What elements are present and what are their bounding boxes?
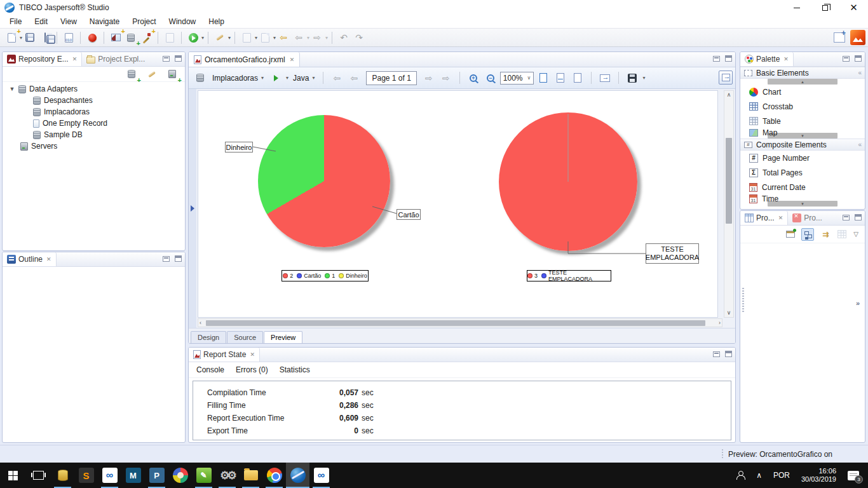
horizontal-scrollbar[interactable]: ‹ ›: [198, 318, 722, 327]
minimize-panel-icon[interactable]: [843, 56, 850, 62]
commit-icon[interactable]: [240, 30, 254, 44]
close-icon[interactable]: ✕: [783, 56, 789, 62]
commit-dropdown-icon[interactable]: ▾: [255, 35, 257, 41]
import-data-adapter-icon[interactable]: [145, 67, 159, 81]
taskbar-app-mysql[interactable]: M: [121, 463, 145, 488]
people-button[interactable]: [730, 463, 750, 488]
datasource-combo[interactable]: Implacadoras ▾: [210, 72, 266, 84]
maximize-panel-icon[interactable]: [725, 55, 732, 62]
clock[interactable]: 16:06 30/03/2019: [796, 463, 842, 488]
minimize-button[interactable]: [782, 0, 811, 15]
minimize-panel-icon[interactable]: [163, 56, 170, 62]
menu-edit[interactable]: Edit: [28, 16, 54, 28]
minimize-panel-icon[interactable]: [163, 256, 170, 262]
create-data-adapter-icon[interactable]: +: [125, 67, 139, 81]
taskbar-app-postgresql[interactable]: P: [145, 463, 168, 488]
palette-item-total-pages[interactable]: Σ Total Pages: [740, 165, 865, 180]
minimize-panel-icon[interactable]: [713, 56, 720, 62]
tab-source[interactable]: Source: [227, 331, 263, 343]
language-combo[interactable]: Java ▾: [290, 72, 317, 84]
pin-to-window-icon[interactable]: [784, 228, 797, 241]
tree-item-data-adapters[interactable]: ▼ Data Adapters: [3, 83, 185, 95]
palette-item-chart[interactable]: Chart: [740, 85, 865, 99]
view-menu-icon[interactable]: ▽: [853, 231, 858, 238]
language-indicator[interactable]: POR: [768, 463, 796, 488]
tab-properties[interactable]: Pro... ✕: [740, 211, 788, 225]
palette-item-crosstab[interactable]: Crosstab: [740, 99, 865, 114]
show-hidden-icons-button[interactable]: ∧: [750, 463, 768, 488]
scroll-left-icon[interactable]: ‹: [198, 319, 203, 327]
task-view-button[interactable]: [25, 463, 51, 488]
close-icon[interactable]: ✕: [290, 57, 295, 63]
taskbar-app-maker[interactable]: ∞: [98, 463, 121, 488]
run-external-icon[interactable]: [186, 30, 200, 44]
tab-report-state[interactable]: Report State ✕: [189, 348, 260, 362]
create-server-icon[interactable]: +: [165, 67, 179, 81]
jaspersoft-perspective-button[interactable]: [850, 30, 865, 45]
tree-view-icon[interactable]: [801, 228, 814, 241]
tab-problems[interactable]: Pro...: [788, 211, 827, 225]
scroll-right-icon[interactable]: ›: [717, 319, 722, 327]
tree-item-one-empty-record[interactable]: One Empty Record: [3, 118, 185, 129]
show-parameters-panel-icon[interactable]: [719, 71, 733, 85]
back-history-icon[interactable]: ⇦: [276, 30, 290, 44]
maximize-panel-icon[interactable]: [855, 214, 862, 220]
start-button[interactable]: [0, 463, 25, 488]
menu-project[interactable]: Project: [126, 16, 162, 28]
report-wizard-icon[interactable]: +: [139, 30, 153, 44]
new-data-adapter-icon[interactable]: +: [124, 30, 138, 44]
taskbar-app-maker-2[interactable]: ∞: [309, 463, 333, 488]
open-perspective-icon[interactable]: [834, 32, 845, 43]
save-all-icon[interactable]: [38, 30, 52, 44]
tree-item-servers[interactable]: Servers: [3, 140, 185, 152]
close-icon[interactable]: ✕: [72, 56, 78, 62]
taskbar-app-file-explorer[interactable]: [239, 463, 262, 488]
palette-item-page-number[interactable]: # Page Number: [740, 151, 865, 165]
palette-item-current-date[interactable]: 31 Current Date: [740, 180, 865, 194]
close-button[interactable]: ✕: [839, 0, 868, 15]
new-report-icon[interactable]: +: [109, 30, 123, 44]
taskbar-app-sublime[interactable]: S: [74, 463, 98, 488]
taskbar-app-settings[interactable]: ⚙⚙: [215, 463, 239, 488]
tab-outline[interactable]: Outline ✕: [3, 252, 57, 266]
palette-scroll-down[interactable]: ▼: [768, 133, 837, 139]
save-icon[interactable]: [23, 30, 37, 44]
marker-dropdown-icon[interactable]: ▾: [228, 35, 231, 41]
update-icon[interactable]: [258, 30, 272, 44]
new-wizard-icon[interactable]: +: [4, 30, 18, 44]
taskbar-app-notes[interactable]: ✎: [192, 463, 215, 488]
update-dropdown-icon[interactable]: ▾: [273, 35, 276, 41]
close-icon[interactable]: ✕: [250, 351, 255, 358]
restore-panel-arrow-icon[interactable]: [191, 205, 194, 212]
tab-errors[interactable]: Errors (0): [236, 365, 268, 374]
zoom-out-icon[interactable]: −: [484, 71, 498, 85]
debug-icon[interactable]: [85, 30, 99, 44]
vertical-scroll-thumb[interactable]: [726, 138, 732, 224]
export-report-icon[interactable]: [598, 71, 612, 85]
palette-section-basic[interactable]: Basic Elements «: [740, 67, 865, 79]
show-advanced-icon[interactable]: ⇉: [818, 228, 831, 241]
run-dropdown-icon[interactable]: ▾: [201, 35, 204, 41]
menu-file[interactable]: File: [3, 16, 28, 28]
actual-size-icon[interactable]: [571, 71, 585, 85]
taskbar-app-jaspersoft[interactable]: [286, 463, 309, 488]
tab-design[interactable]: Design: [191, 331, 226, 343]
new-wizard-dropdown-icon[interactable]: ▾: [20, 35, 22, 41]
tab-orcamentografico[interactable]: OrcamentoGrafico.jrxml ✕: [189, 52, 300, 67]
taskbar-app-paint[interactable]: [168, 463, 192, 488]
taskbar-app-sql-tool[interactable]: [51, 463, 74, 488]
run-report-button[interactable]: [269, 71, 283, 85]
scroll-down-icon[interactable]: ∨: [726, 309, 733, 317]
tab-statistics[interactable]: Statistics: [280, 365, 310, 374]
collapse-caret-icon[interactable]: ▼: [9, 86, 15, 92]
menu-navigate[interactable]: Navigate: [83, 16, 126, 28]
scroll-up-icon[interactable]: ∧: [726, 91, 733, 99]
fit-page-icon[interactable]: [536, 71, 550, 85]
tab-repository-explorer[interactable]: Repository E... ✕: [3, 52, 82, 66]
minimize-panel-icon[interactable]: [713, 351, 720, 357]
menu-window[interactable]: Window: [163, 16, 203, 28]
pin-icon[interactable]: «: [858, 141, 862, 148]
tab-console[interactable]: Console: [196, 365, 224, 374]
marker-tool-icon[interactable]: [213, 30, 227, 44]
maximize-panel-icon[interactable]: [855, 55, 862, 62]
